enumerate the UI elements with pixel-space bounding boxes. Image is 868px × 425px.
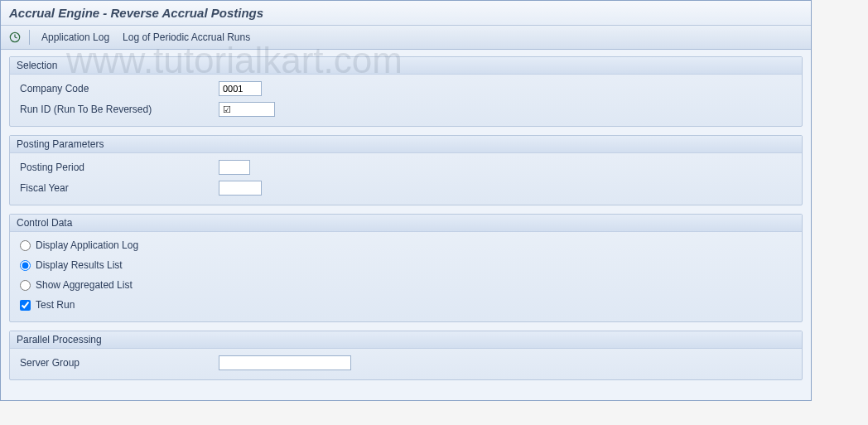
fiscal-year-label: Fiscal Year — [20, 182, 219, 194]
toolbar-divider — [29, 30, 30, 45]
radio-display-results-label: Display Results List — [36, 259, 123, 271]
radio-show-aggregated-label: Show Aggregated List — [36, 279, 133, 291]
run-id-input[interactable]: ☑ — [219, 102, 275, 117]
radio-display-results[interactable] — [20, 260, 31, 271]
group-control: Control Data Display Application Log Dis… — [9, 214, 803, 322]
group-selection-header: Selection — [10, 57, 802, 75]
company-code-label: Company Code — [20, 83, 219, 94]
toolbar: Application Log Log of Periodic Accrual … — [1, 26, 811, 50]
radio-display-app-log-label: Display Application Log — [36, 239, 138, 251]
execute-icon[interactable] — [7, 30, 22, 45]
posting-period-input[interactable] — [219, 160, 250, 175]
group-control-header: Control Data — [10, 215, 802, 232]
title-bar: Accrual Engine - Reverse Accrual Posting… — [1, 1, 811, 26]
checkbox-test-run[interactable] — [20, 300, 31, 311]
server-group-label: Server Group — [20, 357, 219, 369]
checkbox-test-run-label: Test Run — [36, 299, 75, 311]
page-title: Accrual Engine - Reverse Accrual Posting… — [9, 6, 803, 20]
radio-display-app-log[interactable] — [20, 240, 31, 251]
company-code-input[interactable] — [219, 81, 262, 96]
server-group-input[interactable] — [219, 355, 351, 370]
periodic-log-button[interactable]: Log of Periodic Accrual Runs — [118, 29, 255, 46]
group-parallel-header: Parallel Processing — [10, 331, 802, 349]
radio-show-aggregated[interactable] — [20, 280, 31, 291]
application-log-button[interactable]: Application Log — [36, 29, 114, 46]
group-posting-header: Posting Parameters — [10, 136, 802, 153]
run-id-label: Run ID (Run To Be Reversed) — [20, 104, 219, 115]
group-posting: Posting Parameters Posting Period Fiscal… — [9, 135, 803, 205]
app-window: Accrual Engine - Reverse Accrual Posting… — [0, 0, 812, 401]
fiscal-year-input[interactable] — [219, 181, 262, 196]
content-area: Selection Company Code Run ID (Run To Be… — [1, 50, 811, 400]
svg-line-2 — [15, 37, 17, 38]
group-parallel: Parallel Processing Server Group — [9, 331, 803, 380]
posting-period-label: Posting Period — [20, 162, 219, 173]
group-selection: Selection Company Code Run ID (Run To Be… — [9, 56, 803, 127]
